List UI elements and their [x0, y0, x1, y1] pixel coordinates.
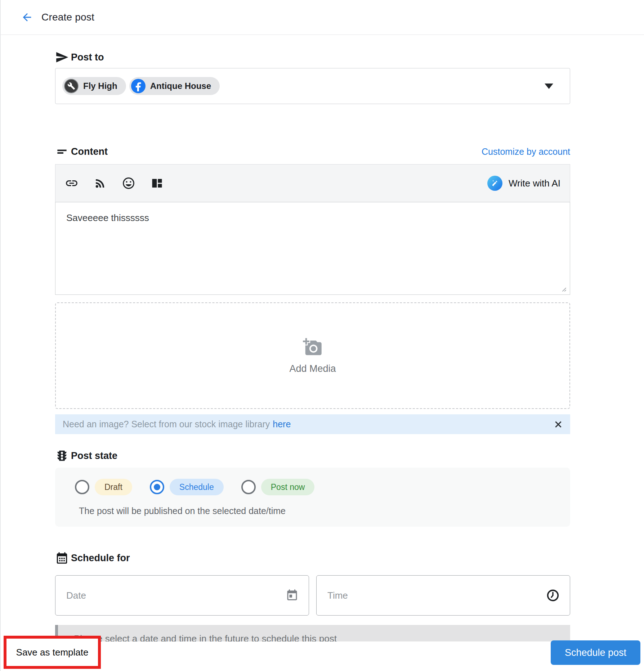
date-placeholder: Date: [66, 590, 86, 601]
post-state-description: The post will be published on the select…: [79, 506, 570, 516]
stock-library-here-link[interactable]: here: [273, 419, 291, 429]
clock-icon[interactable]: [546, 589, 560, 602]
content-heading: Content: [71, 146, 108, 157]
content-heading-row: Content Customize by account: [55, 144, 570, 159]
radio-option-draft[interactable]: Draft: [75, 479, 132, 495]
facebook-icon: [131, 79, 146, 93]
post-to-heading: Post to: [71, 52, 104, 63]
time-placeholder: Time: [327, 590, 348, 601]
page-title: Create post: [41, 12, 94, 23]
emoji-button[interactable]: [122, 176, 135, 190]
radio-option-schedule[interactable]: Schedule: [150, 479, 224, 495]
rss-icon: [94, 177, 107, 190]
close-icon: [553, 419, 563, 429]
schedule-for-heading: Schedule for: [71, 553, 130, 564]
create-post-page: Create post Post to Fly High Antique Hou…: [0, 0, 644, 671]
post-to-heading-row: Post to: [55, 50, 570, 64]
send-icon: [55, 50, 71, 64]
write-with-ai-label: Write with AI: [509, 178, 560, 189]
account-chip-label: Fly High: [83, 81, 117, 91]
schedule-for-heading-row: Schedule for: [55, 551, 570, 565]
emoji-icon: [122, 176, 135, 190]
post-now-chip[interactable]: Post now: [261, 479, 315, 495]
post-state-box: Draft Schedule Post now The post will be…: [55, 468, 570, 527]
radio-option-post-now[interactable]: Post now: [241, 479, 315, 495]
add-photo-icon: [303, 337, 322, 357]
schedule-warning-bar: Please select a date and time in the fut…: [55, 625, 570, 641]
schedule-inputs-row: Date Time: [55, 575, 570, 616]
schedule-warning-text: Please select a date and time in the fut…: [74, 633, 570, 641]
radio-draft[interactable]: [75, 480, 89, 494]
back-button[interactable]: [21, 11, 33, 24]
post-state-heading-row: Post state: [55, 449, 570, 463]
link-icon: [65, 176, 79, 190]
back-arrow-icon: [21, 11, 33, 23]
wrench-icon: [64, 79, 79, 93]
traffic-light-icon: [55, 449, 71, 463]
save-as-template-button[interactable]: Save as template: [16, 647, 89, 658]
write-with-ai-button[interactable]: Write with AI: [487, 176, 560, 191]
ai-pencil-icon: [487, 176, 502, 191]
schedule-post-button[interactable]: Schedule post: [551, 640, 640, 665]
account-select[interactable]: Fly High Antique House: [55, 68, 570, 104]
banner-close-button[interactable]: [552, 418, 564, 431]
account-chip-fly-high[interactable]: Fly High: [62, 77, 126, 95]
short-text-icon: [55, 145, 71, 158]
layout-icon: [151, 177, 164, 190]
link-button[interactable]: [65, 176, 79, 190]
customize-by-account-link[interactable]: Customize by account: [482, 147, 570, 157]
post-state-heading: Post state: [71, 450, 117, 461]
header: Create post: [1, 0, 644, 35]
account-chip-label: Antique House: [150, 81, 211, 91]
calendar-picker-icon[interactable]: [286, 589, 299, 602]
radio-post-now[interactable]: [241, 480, 256, 494]
post-state-options: Draft Schedule Post now: [75, 479, 570, 495]
stock-image-banner: Need an image? Select from our stock ima…: [55, 414, 570, 434]
time-input[interactable]: Time: [316, 575, 570, 616]
post-content-textarea[interactable]: Saveeeee thissssss: [55, 202, 570, 295]
layout-template-button[interactable]: [150, 176, 164, 190]
date-input[interactable]: Date: [55, 575, 309, 616]
banner-text: Need an image? Select from our stock ima…: [63, 419, 270, 429]
rss-feed-button[interactable]: [93, 176, 107, 190]
account-chip-antique-house[interactable]: Antique House: [129, 77, 220, 95]
resize-grip-icon[interactable]: [560, 285, 567, 292]
draft-chip[interactable]: Draft: [95, 479, 132, 495]
schedule-chip[interactable]: Schedule: [170, 479, 224, 495]
radio-schedule[interactable]: [150, 480, 164, 494]
add-media-dropzone[interactable]: Add Media: [55, 302, 570, 409]
calendar-icon: [55, 551, 71, 565]
add-media-label: Add Media: [289, 363, 336, 374]
post-content-text: Saveeeee thissssss: [66, 212, 149, 223]
content-toolbar: Write with AI: [55, 164, 570, 202]
dropdown-caret-icon[interactable]: [545, 84, 553, 89]
annotation-highlight: Save as template: [4, 636, 101, 669]
